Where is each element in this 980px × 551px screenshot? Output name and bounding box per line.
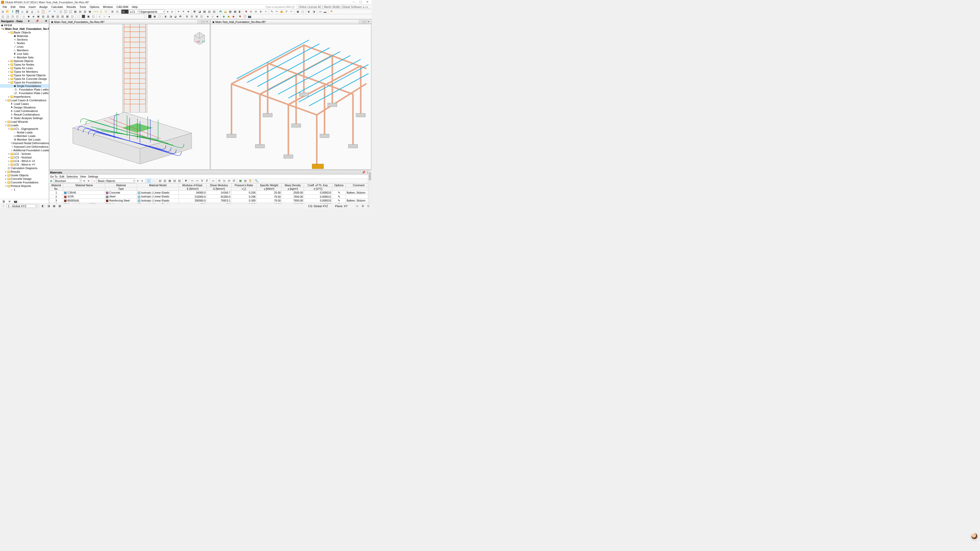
tree-item[interactable]: ▸LC5 - Wind in +Y [0,163,49,166]
b2-icon[interactable]: ◪ [197,10,202,14]
open-icon[interactable]: 📂 [5,10,10,14]
nav-tab-1-icon[interactable]: ◨ [1,199,6,204]
bp-fx4-icon[interactable]: fx̃ [232,179,236,183]
vw14-icon[interactable]: ◼ [86,14,91,19]
h1-icon[interactable]: ▭ [318,10,323,14]
menu-edit[interactable]: Edit [9,5,17,8]
tree-item[interactable]: ▸Types for Lines [0,66,49,70]
sel9-icon[interactable]: ⊞ [185,14,189,19]
view1-max-icon[interactable]: ▢ [201,21,205,24]
tree-item[interactable]: ⊥Additional Foundation Loads [0,148,49,152]
grp3-icon[interactable]: ◉ [231,14,236,19]
table-row[interactable]: 4Sand, well-graded (SW)SoilIsotropic | L… [49,202,372,203]
tree-file[interactable]: ▾ ◈ Main-Test_Hall_Foundation_No-Res.rf6 [0,27,49,30]
vw15-icon[interactable]: ◻ [91,14,95,19]
b1-icon[interactable]: ◩ [192,10,197,14]
c3-icon[interactable]: ▦ [228,10,232,14]
cam-icon[interactable]: 📷 [247,14,252,19]
import-icon[interactable]: ⬇ [10,10,15,14]
tree-root[interactable]: ▣ RFEM [0,24,49,27]
tree-item[interactable]: ▸Types for Nodes [0,63,49,66]
tree-item[interactable]: ⤴Imposed Line Deformations [0,145,49,148]
view1-canvas[interactable]: +X +Y [49,24,210,169]
sel4-icon[interactable]: ▢ [157,14,162,19]
sel5-icon[interactable]: ◐ [164,14,168,19]
status-axis-icon[interactable]: ⟟ [1,204,6,208]
tree-item[interactable]: ▾Printout Reports [0,184,49,188]
table-row[interactable]: 3B500S(A)Reinforcing SteelIsotropic | Li… [49,198,372,202]
tree-item[interactable]: ▾Basic Objects [0,30,49,34]
tree-item[interactable]: ▸Results [0,170,49,173]
info-icon[interactable]: ⓘ [242,14,247,19]
table-row[interactable]: 1C35/45ConcreteIsotropic | Linear Elasti… [49,191,372,195]
tree-item[interactable]: ↓Nodal Loads [0,130,49,134]
d4-icon[interactable]: ⊕ [259,10,263,14]
vw18-icon[interactable]: ● [107,14,111,19]
view2-close-icon[interactable]: ✕ [366,21,370,24]
v3-icon[interactable]: ◳ [10,14,15,19]
redo-icon[interactable]: ↷ [52,10,57,14]
bp-fx1-icon[interactable]: fx̄ [217,179,222,183]
view2-max-icon[interactable]: ▢ [363,21,366,24]
grp1-icon[interactable]: ◉ [221,14,226,19]
tree-item[interactable]: ▦Materials [0,34,49,38]
menu-file[interactable]: File [1,5,9,8]
bp-t12-icon[interactable]: ▭ [211,179,215,183]
menu-cadbim[interactable]: CAD-BIM [115,5,130,8]
grp2-icon[interactable]: ◉ [226,14,231,19]
bp-next2-icon[interactable]: ▸ [140,179,145,183]
tree-item[interactable]: ▫1 [0,188,49,191]
bp-vscroll[interactable] [368,170,372,203]
tree-item[interactable]: ⚑Design Situations [0,106,49,109]
menu-window[interactable]: Window [101,5,115,8]
bp-edit[interactable]: Edit [59,175,64,178]
tree-item[interactable]: ▸LC4 - Wind in +X [0,159,49,163]
fx2-icon[interactable]: ⊡ [115,10,119,14]
win5-icon[interactable]: ▤ [78,10,83,14]
d3-icon[interactable]: ⊖ [254,10,258,14]
fx1-icon[interactable]: ⊞ [110,10,115,14]
sel10-icon[interactable]: ⊟ [189,14,194,19]
sel14-icon[interactable]: ◇ [210,14,215,19]
win1-icon[interactable]: ◫ [59,10,63,14]
sel11-icon[interactable]: ⊠ [194,14,199,19]
sel12-icon[interactable]: ⊡ [199,14,204,19]
tree-item[interactable]: ▸Concrete Design [0,177,49,181]
bp-goto[interactable]: Go To [50,175,57,178]
vw9-icon[interactable]: ▨ [60,14,65,19]
e2-icon[interactable]: ✂ [275,10,279,14]
menu-options[interactable]: Options [88,5,101,8]
sel7-icon[interactable]: ◒ [173,14,178,19]
c1-icon[interactable]: ⬒ [218,10,223,14]
tree-item[interactable]: ▸Types for Concrete Design [0,77,49,81]
s4-icon[interactable]: ▦ [57,204,62,208]
tree-item[interactable]: ▾Types for Foundations [0,81,49,84]
s3-icon[interactable]: ▣ [52,204,56,208]
g2-icon[interactable]: ◑ [312,10,316,14]
win7-icon[interactable]: ▣ [88,10,92,14]
bp-sel[interactable]: Selection [66,175,78,178]
bp-t1-icon[interactable]: ⬚ [146,179,151,183]
vw11-icon[interactable]: ◫ [70,14,75,19]
bp-t8-icon[interactable]: ↦ [190,179,194,183]
tree-item[interactable]: ╱Lines [0,45,49,48]
tree-item[interactable]: ▸LC3 - Nutzlast [0,156,49,159]
a2-icon[interactable]: ✶ [181,10,186,14]
bp-settings[interactable]: Settings [88,175,98,178]
tree-item[interactable]: ▾LC1 - Eigengewicht [0,127,49,130]
f1-icon[interactable]: ▣ [296,10,300,14]
sel6-icon[interactable]: ◑ [169,14,173,19]
del-icon[interactable]: ✖ [238,14,242,19]
vw3-icon[interactable]: ◈ [31,14,36,19]
tree-item[interactable]: ≣Line Sets [0,52,49,56]
tree-item[interactable]: •Nodes [0,41,49,45]
navigator-pin2-icon[interactable]: 📌 [35,19,40,23]
license-badge[interactable]: Online License AC | Martin Motlik | Dlub… [297,5,371,9]
f2-icon[interactable]: ▢ [301,10,305,14]
tree-item[interactable]: ΣResult Combinations [0,113,49,116]
b3-icon[interactable]: ▦ [202,10,207,14]
bp-prev2-icon[interactable]: ◂ [135,179,140,183]
lc-name-combo[interactable]: Eigengewicht [139,10,165,14]
print-preview-icon[interactable]: 🖨 [30,10,34,14]
lc-color-swatch[interactable]: G [121,10,129,14]
